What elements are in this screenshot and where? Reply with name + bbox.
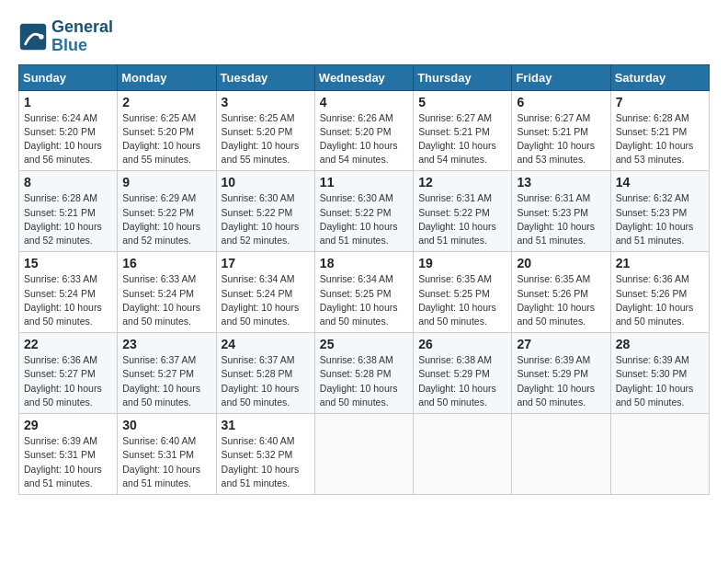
day-number: 2 bbox=[122, 95, 210, 109]
calendar-week-row: 29Sunrise: 6:39 AMSunset: 5:31 PMDayligh… bbox=[19, 414, 710, 495]
day-number: 30 bbox=[122, 418, 210, 432]
day-number: 21 bbox=[616, 256, 704, 270]
calendar-week-row: 8Sunrise: 6:28 AMSunset: 5:21 PMDaylight… bbox=[19, 171, 710, 252]
day-info: Sunrise: 6:37 AMSunset: 5:27 PMDaylight:… bbox=[122, 353, 210, 409]
day-number: 7 bbox=[616, 95, 704, 109]
day-number: 8 bbox=[24, 175, 112, 190]
logo: General Blue bbox=[18, 18, 113, 55]
calendar-week-row: 1Sunrise: 6:24 AMSunset: 5:20 PMDaylight… bbox=[19, 90, 710, 171]
calendar-cell: 14Sunrise: 6:32 AMSunset: 5:23 PMDayligh… bbox=[610, 171, 709, 252]
day-number: 16 bbox=[122, 256, 210, 270]
calendar-cell: 20Sunrise: 6:35 AMSunset: 5:26 PMDayligh… bbox=[512, 252, 610, 333]
day-number: 18 bbox=[320, 256, 408, 270]
day-info: Sunrise: 6:36 AMSunset: 5:27 PMDaylight:… bbox=[24, 353, 112, 409]
day-header-friday: Friday bbox=[512, 64, 610, 90]
day-info: Sunrise: 6:36 AMSunset: 5:26 PMDaylight:… bbox=[616, 272, 704, 328]
calendar-cell: 23Sunrise: 6:37 AMSunset: 5:27 PMDayligh… bbox=[118, 333, 216, 414]
calendar-cell: 11Sunrise: 6:30 AMSunset: 5:22 PMDayligh… bbox=[314, 171, 413, 252]
calendar-week-row: 15Sunrise: 6:33 AMSunset: 5:24 PMDayligh… bbox=[19, 252, 710, 333]
day-info: Sunrise: 6:40 AMSunset: 5:31 PMDaylight:… bbox=[122, 434, 210, 490]
calendar-cell: 25Sunrise: 6:38 AMSunset: 5:28 PMDayligh… bbox=[314, 333, 413, 414]
day-number: 15 bbox=[24, 256, 112, 270]
day-info: Sunrise: 6:39 AMSunset: 5:30 PMDaylight:… bbox=[616, 353, 704, 409]
day-info: Sunrise: 6:26 AMSunset: 5:20 PMDaylight:… bbox=[320, 111, 408, 167]
calendar-cell: 9Sunrise: 6:29 AMSunset: 5:22 PMDaylight… bbox=[118, 171, 216, 252]
day-info: Sunrise: 6:39 AMSunset: 5:29 PMDaylight:… bbox=[517, 353, 605, 409]
day-number: 29 bbox=[24, 418, 112, 432]
calendar-cell: 28Sunrise: 6:39 AMSunset: 5:30 PMDayligh… bbox=[610, 333, 709, 414]
day-info: Sunrise: 6:38 AMSunset: 5:28 PMDaylight:… bbox=[320, 353, 408, 409]
day-info: Sunrise: 6:30 AMSunset: 5:22 PMDaylight:… bbox=[320, 191, 408, 247]
day-number: 6 bbox=[517, 95, 605, 109]
day-info: Sunrise: 6:33 AMSunset: 5:24 PMDaylight:… bbox=[24, 272, 112, 328]
calendar-cell bbox=[314, 414, 413, 495]
calendar-cell: 21Sunrise: 6:36 AMSunset: 5:26 PMDayligh… bbox=[610, 252, 709, 333]
calendar-cell: 13Sunrise: 6:31 AMSunset: 5:23 PMDayligh… bbox=[512, 171, 610, 252]
day-info: Sunrise: 6:39 AMSunset: 5:31 PMDaylight:… bbox=[24, 434, 112, 490]
day-number: 11 bbox=[320, 175, 408, 190]
logo-icon bbox=[18, 22, 48, 52]
day-number: 13 bbox=[517, 175, 605, 190]
day-number: 10 bbox=[222, 175, 310, 190]
day-number: 25 bbox=[320, 337, 408, 351]
calendar-cell: 10Sunrise: 6:30 AMSunset: 5:22 PMDayligh… bbox=[216, 171, 314, 252]
day-number: 31 bbox=[222, 418, 310, 432]
calendar-cell: 6Sunrise: 6:27 AMSunset: 5:21 PMDaylight… bbox=[512, 90, 610, 171]
day-info: Sunrise: 6:31 AMSunset: 5:23 PMDaylight:… bbox=[517, 191, 605, 247]
calendar-cell bbox=[610, 414, 709, 495]
day-info: Sunrise: 6:27 AMSunset: 5:21 PMDaylight:… bbox=[418, 111, 506, 167]
calendar-cell: 29Sunrise: 6:39 AMSunset: 5:31 PMDayligh… bbox=[19, 414, 118, 495]
day-header-saturday: Saturday bbox=[610, 64, 709, 90]
day-info: Sunrise: 6:27 AMSunset: 5:21 PMDaylight:… bbox=[517, 111, 605, 167]
calendar-cell: 5Sunrise: 6:27 AMSunset: 5:21 PMDaylight… bbox=[414, 90, 512, 171]
day-info: Sunrise: 6:25 AMSunset: 5:20 PMDaylight:… bbox=[222, 111, 310, 167]
day-number: 24 bbox=[222, 337, 310, 351]
day-info: Sunrise: 6:24 AMSunset: 5:20 PMDaylight:… bbox=[24, 111, 112, 167]
calendar-cell: 24Sunrise: 6:37 AMSunset: 5:28 PMDayligh… bbox=[216, 333, 314, 414]
calendar-cell: 2Sunrise: 6:25 AMSunset: 5:20 PMDaylight… bbox=[118, 90, 216, 171]
day-number: 17 bbox=[222, 256, 310, 270]
calendar-cell: 4Sunrise: 6:26 AMSunset: 5:20 PMDaylight… bbox=[314, 90, 413, 171]
day-number: 26 bbox=[418, 337, 506, 351]
calendar-cell: 19Sunrise: 6:35 AMSunset: 5:25 PMDayligh… bbox=[414, 252, 512, 333]
day-info: Sunrise: 6:34 AMSunset: 5:25 PMDaylight:… bbox=[320, 272, 408, 328]
svg-point-1 bbox=[39, 34, 43, 39]
day-info: Sunrise: 6:38 AMSunset: 5:29 PMDaylight:… bbox=[418, 353, 506, 409]
calendar-cell: 7Sunrise: 6:28 AMSunset: 5:21 PMDaylight… bbox=[610, 90, 709, 171]
day-info: Sunrise: 6:35 AMSunset: 5:25 PMDaylight:… bbox=[418, 272, 506, 328]
day-number: 22 bbox=[24, 337, 112, 351]
calendar-cell bbox=[414, 414, 512, 495]
day-info: Sunrise: 6:31 AMSunset: 5:22 PMDaylight:… bbox=[418, 191, 506, 247]
calendar-cell: 1Sunrise: 6:24 AMSunset: 5:20 PMDaylight… bbox=[19, 90, 118, 171]
calendar-week-row: 22Sunrise: 6:36 AMSunset: 5:27 PMDayligh… bbox=[19, 333, 710, 414]
calendar-cell: 16Sunrise: 6:33 AMSunset: 5:24 PMDayligh… bbox=[118, 252, 216, 333]
calendar-cell: 17Sunrise: 6:34 AMSunset: 5:24 PMDayligh… bbox=[216, 252, 314, 333]
day-info: Sunrise: 6:28 AMSunset: 5:21 PMDaylight:… bbox=[24, 191, 112, 247]
day-info: Sunrise: 6:40 AMSunset: 5:32 PMDaylight:… bbox=[222, 434, 310, 490]
day-header-wednesday: Wednesday bbox=[314, 64, 413, 90]
day-number: 27 bbox=[517, 337, 605, 351]
day-number: 4 bbox=[320, 95, 408, 109]
day-number: 9 bbox=[122, 175, 210, 190]
calendar-header-row: SundayMondayTuesdayWednesdayThursdayFrid… bbox=[19, 64, 710, 90]
day-info: Sunrise: 6:37 AMSunset: 5:28 PMDaylight:… bbox=[222, 353, 310, 409]
calendar-cell: 22Sunrise: 6:36 AMSunset: 5:27 PMDayligh… bbox=[19, 333, 118, 414]
calendar-cell: 18Sunrise: 6:34 AMSunset: 5:25 PMDayligh… bbox=[314, 252, 413, 333]
day-number: 14 bbox=[616, 175, 704, 190]
calendar-cell: 12Sunrise: 6:31 AMSunset: 5:22 PMDayligh… bbox=[414, 171, 512, 252]
calendar-cell: 30Sunrise: 6:40 AMSunset: 5:31 PMDayligh… bbox=[118, 414, 216, 495]
day-header-monday: Monday bbox=[118, 64, 216, 90]
day-info: Sunrise: 6:29 AMSunset: 5:22 PMDaylight:… bbox=[122, 191, 210, 247]
calendar-cell: 31Sunrise: 6:40 AMSunset: 5:32 PMDayligh… bbox=[216, 414, 314, 495]
day-number: 23 bbox=[122, 337, 210, 351]
calendar-table: SundayMondayTuesdayWednesdayThursdayFrid… bbox=[18, 64, 710, 495]
day-info: Sunrise: 6:35 AMSunset: 5:26 PMDaylight:… bbox=[517, 272, 605, 328]
calendar-cell: 27Sunrise: 6:39 AMSunset: 5:29 PMDayligh… bbox=[512, 333, 610, 414]
day-header-sunday: Sunday bbox=[19, 64, 118, 90]
day-info: Sunrise: 6:33 AMSunset: 5:24 PMDaylight:… bbox=[122, 272, 210, 328]
day-info: Sunrise: 6:30 AMSunset: 5:22 PMDaylight:… bbox=[222, 191, 310, 247]
day-number: 28 bbox=[616, 337, 704, 351]
calendar-cell: 3Sunrise: 6:25 AMSunset: 5:20 PMDaylight… bbox=[216, 90, 314, 171]
day-header-thursday: Thursday bbox=[414, 64, 512, 90]
calendar-cell bbox=[512, 414, 610, 495]
